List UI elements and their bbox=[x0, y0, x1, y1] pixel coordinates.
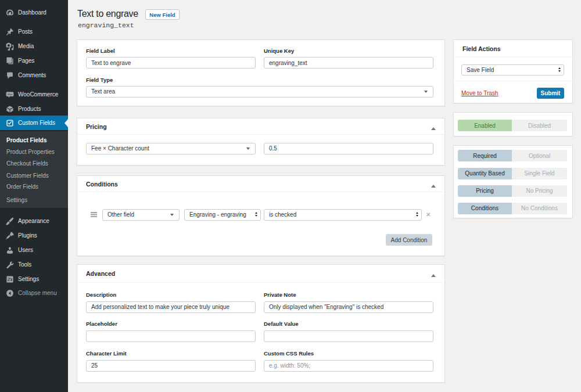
svg-text:Woo: Woo bbox=[8, 92, 13, 95]
